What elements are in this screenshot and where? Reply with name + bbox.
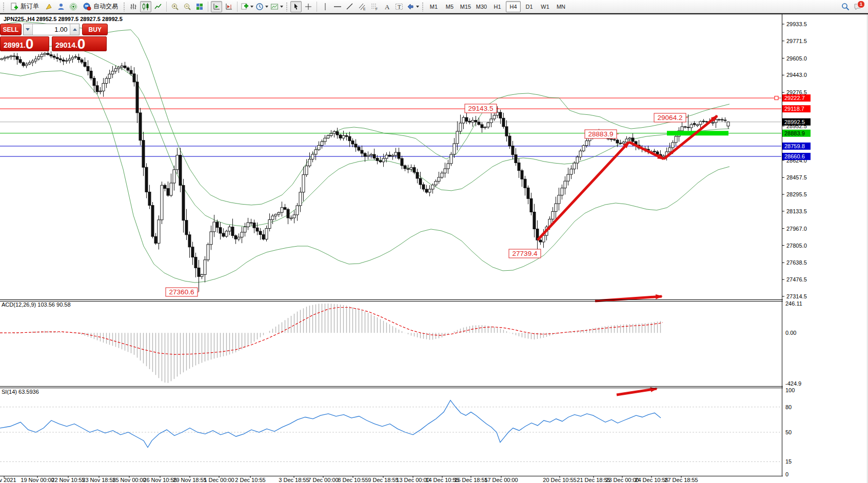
- templates-button[interactable]: [270, 1, 284, 12]
- notifications-button[interactable]: 1: [854, 3, 862, 11]
- timeframe-M15[interactable]: M15: [458, 1, 473, 12]
- channel-button[interactable]: E: [357, 1, 368, 12]
- cursor-button[interactable]: [290, 1, 302, 12]
- candlestick-chart-button[interactable]: [140, 1, 151, 12]
- new-order-button[interactable]: 新订单: [7, 1, 42, 12]
- vertical-line-icon: [321, 3, 329, 11]
- svg-text:28457.5: 28457.5: [786, 174, 807, 180]
- text-label-icon: T: [395, 3, 403, 11]
- svg-text:100: 100: [785, 387, 795, 393]
- svg-text:-424.9: -424.9: [785, 380, 801, 387]
- bar-chart-icon: [129, 3, 137, 11]
- svg-text:27476.5: 27476.5: [786, 276, 807, 283]
- horizontal-line-icon: [333, 3, 342, 11]
- toolbar-grip[interactable]: [3, 2, 5, 11]
- timeframe-MN[interactable]: MN: [554, 1, 568, 12]
- trendline-button[interactable]: [344, 1, 356, 12]
- svg-text:246.11: 246.11: [785, 300, 802, 307]
- svg-text:27739.4: 27739.4: [512, 250, 538, 257]
- fibonacci-button[interactable]: F: [369, 1, 380, 12]
- search-icon[interactable]: [841, 3, 850, 11]
- cursor-icon: [292, 3, 300, 11]
- svg-text:29933.5: 29933.5: [786, 21, 807, 27]
- crosshair-icon: [304, 3, 312, 11]
- arrows-button[interactable]: [406, 1, 420, 12]
- svg-text:Nov 2021: Nov 2021: [0, 477, 16, 483]
- sell-price-main: 28991: [4, 40, 24, 50]
- toolbar-grip[interactable]: [422, 2, 424, 11]
- macd-pane-label: ACD(12,26,9) 103.56 90.58: [2, 301, 71, 308]
- svg-text:27967.0: 27967.0: [786, 226, 807, 232]
- volume-input[interactable]: 1.00: [33, 24, 70, 35]
- svg-text:0.00: 0.00: [785, 330, 796, 336]
- volume-spinner: 1.00: [23, 24, 80, 35]
- text-label-button[interactable]: T: [393, 1, 405, 12]
- buy-price-big-digit: 0: [77, 37, 86, 50]
- svg-text:26 Nov 10:55: 26 Nov 10:55: [143, 477, 176, 483]
- mt4-window: 29143.529064.228883.927739.427360.629933…: [0, 0, 868, 483]
- zoom-out-button[interactable]: [182, 1, 193, 12]
- buy-button[interactable]: BUY: [82, 24, 108, 35]
- svg-text:28883.9: 28883.9: [784, 130, 805, 136]
- chart-shift-icon: [225, 3, 233, 11]
- toolbar-grip[interactable]: [123, 2, 126, 11]
- svg-text:1 Dec 00:00: 1 Dec 00:00: [204, 477, 234, 483]
- profile-button[interactable]: [55, 1, 67, 12]
- template-icon: [270, 3, 279, 11]
- zoom-out-icon: [183, 3, 191, 11]
- candlestick-chart-icon: [142, 3, 150, 11]
- text-button[interactable]: A: [381, 1, 392, 12]
- timeframe-H4[interactable]: H4: [506, 1, 521, 12]
- timeframe-group: M1M5M15M30H1H4D1W1MN: [426, 1, 569, 12]
- tile-windows-button[interactable]: [194, 1, 205, 12]
- bar-chart-button[interactable]: [128, 1, 139, 12]
- svg-text:15 Dec 18:55: 15 Dec 18:55: [454, 477, 487, 483]
- indicators-button[interactable]: [240, 1, 254, 12]
- line-chart-button[interactable]: [152, 1, 164, 12]
- svg-text:19 Nov 00:00: 19 Nov 00:00: [21, 477, 54, 483]
- yellow-cone-icon: [45, 3, 53, 11]
- toolbar-separator: [208, 2, 208, 12]
- svg-text:23 Nov 18:55: 23 Nov 18:55: [82, 477, 115, 483]
- timeframe-M30[interactable]: M30: [474, 1, 489, 12]
- dropdown-caret: [416, 6, 419, 8]
- zoom-in-button[interactable]: [169, 1, 181, 12]
- new-order-label: 新订单: [21, 2, 39, 11]
- timeframe-W1[interactable]: W1: [538, 1, 553, 12]
- arrow-shapes-icon: [406, 3, 415, 11]
- sell-price-display[interactable]: 28991.0: [0, 36, 49, 51]
- svg-text:80: 80: [785, 404, 792, 410]
- dropdown-caret: [265, 6, 268, 8]
- svg-text:27 Dec 18:55: 27 Dec 18:55: [664, 477, 698, 483]
- timeframe-D1[interactable]: D1: [522, 1, 537, 12]
- signal-button[interactable]: [68, 1, 79, 12]
- auto-trading-button[interactable]: 自动交易: [80, 1, 121, 12]
- volume-decrease-button[interactable]: [24, 24, 33, 35]
- svg-text:3 Dec 18:55: 3 Dec 18:55: [279, 477, 309, 483]
- horizontal-line-button[interactable]: [332, 1, 343, 12]
- svg-text:0: 0: [785, 471, 788, 477]
- vertical-line-button[interactable]: [320, 1, 331, 12]
- svg-text:27360.6: 27360.6: [169, 288, 194, 296]
- fibonacci-icon: F: [370, 3, 379, 11]
- buy-price-main: 29014: [55, 40, 75, 50]
- chart-canvas[interactable]: 29143.529064.228883.927739.427360.629933…: [0, 0, 868, 483]
- buy-price-display[interactable]: 29014.0: [52, 36, 107, 51]
- dropdown-caret: [250, 6, 253, 8]
- toolbar-grip[interactable]: [286, 2, 288, 11]
- chart-window-button[interactable]: [43, 1, 54, 12]
- timeframe-M1[interactable]: M1: [426, 1, 441, 12]
- svg-text:29 Nov 18:55: 29 Nov 18:55: [173, 477, 206, 483]
- clock-icon: [255, 3, 264, 11]
- timeframe-M5[interactable]: M5: [442, 1, 457, 12]
- crosshair-button[interactable]: [303, 1, 314, 12]
- auto-scroll-button[interactable]: [211, 1, 222, 12]
- sell-button[interactable]: SELL: [0, 24, 22, 35]
- svg-text:28759.8: 28759.8: [784, 143, 805, 149]
- svg-text:28883.9: 28883.9: [588, 130, 614, 138]
- periods-button[interactable]: [255, 1, 269, 12]
- chart-shift-button[interactable]: [223, 1, 234, 12]
- timeframe-H1[interactable]: H1: [490, 1, 505, 12]
- volume-increase-button[interactable]: [70, 24, 79, 35]
- toolbar-right: 1: [841, 3, 867, 11]
